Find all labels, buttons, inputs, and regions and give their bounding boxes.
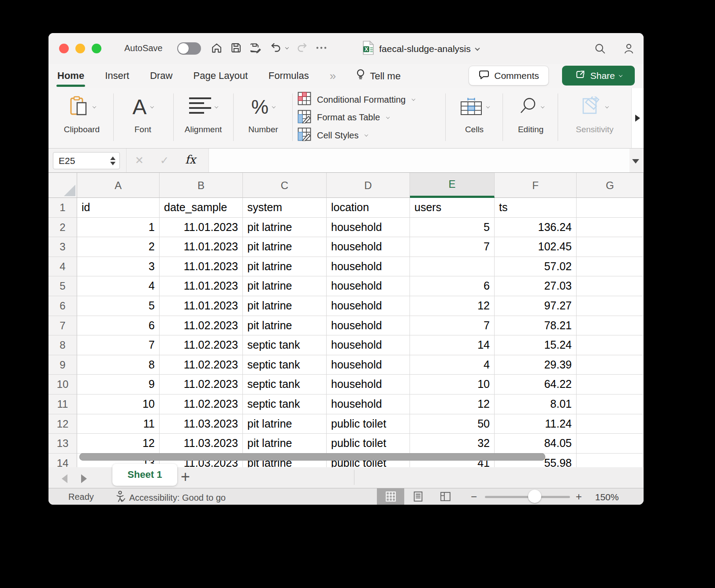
tab-insert[interactable]: Insert: [105, 64, 129, 88]
search-icon[interactable]: [594, 43, 606, 56]
cell-B8[interactable]: 11.02.2023: [160, 335, 243, 355]
row-number-12[interactable]: 12: [48, 414, 77, 434]
tab-page-layout[interactable]: Page Layout: [194, 64, 248, 88]
column-header-E[interactable]: E: [410, 173, 495, 198]
row-number-9[interactable]: 9: [48, 355, 77, 375]
cell-F13[interactable]: 84.05: [495, 434, 577, 454]
row-number-13[interactable]: 13: [48, 434, 77, 454]
font-group[interactable]: A Font: [115, 88, 171, 148]
cell-A3[interactable]: 2: [77, 237, 160, 257]
tab-draw[interactable]: Draw: [150, 64, 172, 88]
row-number-8[interactable]: 8: [48, 335, 77, 355]
cell-A2[interactable]: 1: [77, 218, 160, 238]
row-number-4[interactable]: 4: [48, 257, 77, 277]
column-header-C[interactable]: C: [243, 173, 327, 198]
cell-E8[interactable]: 14: [410, 335, 495, 355]
cell-A11[interactable]: 10: [77, 394, 160, 414]
editing-group[interactable]: Editing: [505, 88, 557, 148]
undo-dropdown-icon[interactable]: [285, 45, 289, 49]
conditional-formatting-button[interactable]: Conditional Formatting: [298, 92, 445, 107]
cell-G9[interactable]: [577, 355, 644, 375]
cell-D2[interactable]: household: [327, 218, 410, 238]
zoom-window-button[interactable]: [92, 44, 101, 53]
cell-D8[interactable]: household: [327, 335, 410, 355]
row-number-6[interactable]: 6: [48, 296, 77, 316]
cell-F6[interactable]: 97.27: [495, 296, 577, 316]
comments-button[interactable]: Comments: [469, 66, 549, 86]
redo-icon[interactable]: [296, 42, 308, 54]
cell-E3[interactable]: 7: [410, 237, 495, 257]
cell-C8[interactable]: septic tank: [243, 335, 327, 355]
cell-D4[interactable]: household: [327, 257, 410, 277]
cell-F1[interactable]: ts: [495, 198, 577, 218]
page-layout-view-button[interactable]: [404, 488, 432, 505]
cell-F11[interactable]: 8.01: [495, 394, 577, 414]
column-header-F[interactable]: F: [495, 173, 577, 198]
cell-G4[interactable]: [577, 257, 644, 277]
page-break-view-button[interactable]: [432, 488, 459, 505]
cell-F7[interactable]: 78.21: [495, 316, 577, 336]
cell-B4[interactable]: 11.01.2023: [160, 257, 243, 277]
column-header-B[interactable]: B: [160, 173, 243, 198]
cell-G7[interactable]: [577, 316, 644, 336]
name-box[interactable]: E25: [53, 152, 120, 169]
cell-G2[interactable]: [577, 218, 644, 238]
insert-function-icon[interactable]: fx: [185, 153, 196, 166]
cell-F4[interactable]: 57.02: [495, 257, 577, 277]
zoom-slider-thumb[interactable]: [528, 490, 541, 503]
row-number-2[interactable]: 2: [48, 218, 77, 238]
cell-B1[interactable]: date_sample: [160, 198, 243, 218]
column-header-G[interactable]: G: [577, 173, 644, 198]
cell-B12[interactable]: 11.03.2023: [160, 414, 243, 434]
cell-F3[interactable]: 102.45: [495, 237, 577, 257]
cell-B7[interactable]: 11.02.2023: [160, 316, 243, 336]
cell-B11[interactable]: 11.02.2023: [160, 394, 243, 414]
cell-E11[interactable]: 12: [410, 394, 495, 414]
formula-input[interactable]: [209, 149, 629, 172]
cell-C7[interactable]: pit latrine: [243, 316, 327, 336]
cell-D6[interactable]: household: [327, 296, 410, 316]
cell-A7[interactable]: 6: [77, 316, 160, 336]
row-number-14[interactable]: 14: [48, 454, 77, 467]
cell-styles-button[interactable]: Cell Styles: [298, 128, 445, 143]
cells-group[interactable]: Cells: [447, 88, 501, 148]
row-number-5[interactable]: 5: [48, 276, 77, 296]
row-number-1[interactable]: 1: [48, 198, 77, 218]
column-header-A[interactable]: A: [77, 173, 160, 198]
accessibility-status[interactable]: Accessibility: Good to go: [115, 491, 226, 505]
cell-E9[interactable]: 4: [410, 355, 495, 375]
home-icon[interactable]: [211, 42, 223, 54]
sensitivity-group[interactable]: Sensitivity: [559, 88, 630, 148]
minimize-window-button[interactable]: [75, 44, 85, 53]
cell-G5[interactable]: [577, 276, 644, 296]
cell-B10[interactable]: 11.02.2023: [160, 375, 243, 394]
cell-F9[interactable]: 29.39: [495, 355, 577, 375]
select-all-corner[interactable]: [48, 173, 77, 198]
format-as-table-button[interactable]: Format as Table: [298, 110, 445, 125]
close-window-button[interactable]: [59, 44, 69, 53]
name-box-stepper[interactable]: [108, 156, 118, 165]
cell-E1[interactable]: users: [410, 198, 495, 218]
cell-G12[interactable]: [577, 414, 644, 434]
row-number-7[interactable]: 7: [48, 316, 77, 336]
cell-C9[interactable]: septic tank: [243, 355, 327, 375]
row-number-10[interactable]: 10: [48, 375, 77, 394]
cell-B9[interactable]: 11.02.2023: [160, 355, 243, 375]
cell-A9[interactable]: 8: [77, 355, 160, 375]
cell-G1[interactable]: [577, 198, 644, 218]
cell-E6[interactable]: 12: [410, 296, 495, 316]
cell-G14[interactable]: [577, 454, 644, 467]
cell-G6[interactable]: [577, 296, 644, 316]
cell-G8[interactable]: [577, 335, 644, 355]
number-group[interactable]: % Number: [235, 88, 291, 148]
cell-E13[interactable]: 32: [410, 434, 495, 454]
cell-B13[interactable]: 11.03.2023: [160, 434, 243, 454]
share-button[interactable]: Share: [562, 66, 635, 86]
previous-sheet-icon[interactable]: [62, 474, 67, 483]
cell-D12[interactable]: public toilet: [327, 414, 410, 434]
row-number-3[interactable]: 3: [48, 237, 77, 257]
alignment-group[interactable]: Alignment: [175, 88, 231, 148]
more-commands-icon[interactable]: [316, 42, 327, 54]
cell-D13[interactable]: public toilet: [327, 434, 410, 454]
cell-C3[interactable]: pit latrine: [243, 237, 327, 257]
